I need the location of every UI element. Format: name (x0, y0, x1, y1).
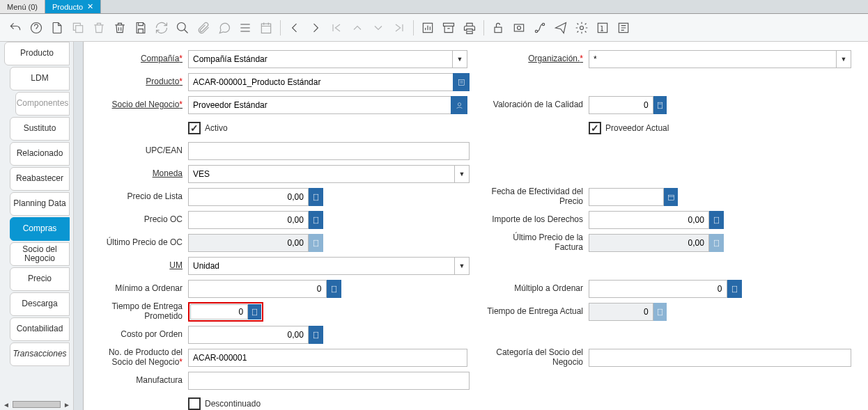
moneda-input[interactable] (188, 165, 454, 183)
importe-derechos-input[interactable] (589, 211, 709, 229)
um-input[interactable] (188, 257, 454, 275)
up-icon[interactable] (348, 18, 367, 38)
sidebar-item-label: Descarga (22, 299, 57, 308)
activo-checkbox[interactable]: Activo (188, 122, 228, 134)
copy-icon[interactable] (68, 18, 88, 38)
calc-icon[interactable] (327, 280, 342, 298)
archive-icon[interactable] (439, 18, 458, 38)
list-icon[interactable] (235, 18, 255, 38)
tab-producto-label: Producto (52, 3, 83, 11)
label-compania[interactable]: Compañía* (100, 54, 188, 64)
costo-orden-input[interactable] (188, 326, 309, 344)
down-icon[interactable] (369, 18, 388, 38)
label-producto[interactable]: Producto* (100, 77, 188, 87)
prev-icon[interactable] (285, 18, 304, 38)
sidebar-item-contabilidad[interactable]: Contabilidad (10, 317, 70, 341)
label-ultimo-precio-oc: Último Precio de OC (100, 238, 188, 248)
lookup-icon[interactable] (453, 73, 470, 91)
sidebar-item-componentes[interactable]: Componentes (15, 92, 70, 116)
scroll-left-icon[interactable]: ◄ (3, 401, 10, 409)
new-icon[interactable] (47, 18, 67, 38)
refresh-icon[interactable] (152, 18, 171, 38)
calc-icon[interactable] (248, 304, 261, 320)
calc-icon[interactable] (309, 188, 323, 206)
workflow-icon[interactable] (530, 18, 550, 38)
valoracion-input[interactable] (589, 96, 653, 114)
multiplo-ordenar-input[interactable] (589, 280, 727, 298)
sidebar-item-reabastecer[interactable]: Reabastecer (10, 167, 70, 191)
gutter[interactable] (74, 42, 84, 410)
tiempo-prometido-input[interactable] (190, 304, 248, 320)
label-socio[interactable]: Socio del Negocio* (100, 100, 188, 110)
label-tiempo-actual: Tiempo de Entrega Actual (484, 307, 589, 317)
label-moneda[interactable]: Moneda (100, 169, 188, 179)
tab-menu[interactable]: Menú (0) (0, 0, 45, 13)
dropdown-icon[interactable]: ▼ (836, 50, 851, 68)
info-icon[interactable] (593, 18, 612, 38)
sidebar-item-precio[interactable]: Precio (10, 267, 70, 291)
export-icon[interactable] (614, 18, 633, 38)
calendar-icon[interactable] (664, 188, 678, 206)
proveedor-actual-checkbox[interactable]: Proveedor Actual (589, 122, 669, 134)
chat-icon[interactable] (215, 18, 234, 38)
search-icon[interactable] (173, 18, 192, 38)
help-icon[interactable] (26, 18, 46, 38)
label-organizacion[interactable]: Organización.* (484, 54, 589, 64)
undo-icon[interactable] (6, 18, 25, 38)
report-icon[interactable] (418, 18, 437, 38)
no-producto-socio-input[interactable] (188, 349, 467, 367)
sidebar-item-label: Precio (28, 274, 52, 283)
sidebar-item-sustituto[interactable]: Sustituto (10, 117, 70, 141)
categoria-socio-input[interactable] (589, 349, 851, 367)
sidebar-item-descarga[interactable]: Descarga (10, 292, 70, 316)
gear-icon[interactable] (572, 18, 591, 38)
sidebar-item-label: Contabilidad (17, 324, 63, 333)
svg-rect-25 (252, 309, 257, 315)
first-icon[interactable] (327, 18, 346, 38)
sidebar-item-planning[interactable]: Planning Data (10, 192, 70, 216)
calc-icon[interactable] (727, 280, 743, 298)
organizacion-input[interactable] (589, 50, 836, 68)
sidebar-item-transacciones[interactable]: Transacciones (10, 342, 70, 366)
label-um[interactable]: UM (100, 261, 188, 271)
descontinuado-checkbox[interactable]: Descontinuado (188, 397, 261, 410)
precio-oc-input[interactable] (188, 211, 309, 229)
print-icon[interactable] (460, 18, 479, 38)
compania-input[interactable] (188, 50, 452, 68)
send-icon[interactable] (551, 18, 571, 38)
manufactura-input[interactable] (188, 372, 470, 390)
label-categoria-socio: Categoría del Socio del Negocio (484, 348, 589, 368)
upc-input[interactable] (188, 142, 470, 160)
calc-icon[interactable] (653, 96, 667, 114)
save-icon[interactable] (131, 18, 150, 38)
dropdown-icon[interactable]: ▼ (452, 50, 467, 68)
attach-icon[interactable] (194, 18, 213, 38)
delete-icon[interactable] (89, 18, 109, 38)
sidebar-scrollbar[interactable]: ◄ ► (3, 401, 70, 409)
dropdown-icon[interactable]: ▼ (454, 165, 470, 183)
user-lookup-icon[interactable] (451, 96, 467, 114)
dropdown-icon[interactable]: ▼ (454, 257, 470, 275)
sidebar-item-ldm[interactable]: LDM (10, 67, 70, 90)
minimo-ordenar-input[interactable] (188, 280, 327, 298)
calc-icon[interactable] (709, 211, 724, 229)
lock-icon[interactable] (488, 18, 508, 38)
calc-icon[interactable] (309, 326, 323, 344)
next-icon[interactable] (306, 18, 325, 38)
precio-lista-input[interactable] (188, 188, 309, 206)
scroll-right-icon[interactable]: ► (63, 401, 70, 409)
close-icon[interactable]: ✕ (87, 2, 93, 11)
socio-input[interactable] (188, 96, 451, 114)
fecha-efectividad-input[interactable] (589, 188, 664, 206)
calendar-icon[interactable] (256, 18, 276, 38)
sidebar-item-compras[interactable]: Compras (10, 217, 70, 241)
sidebar-item-socio[interactable]: Socio del Negocio (10, 242, 70, 266)
tab-producto[interactable]: Producto ✕ (45, 0, 101, 13)
sidebar-item-relacionado[interactable]: Relacionado (10, 142, 70, 166)
zoom-icon[interactable] (509, 18, 529, 38)
calc-icon[interactable] (309, 211, 323, 229)
last-icon[interactable] (389, 18, 409, 38)
producto-input[interactable] (188, 73, 453, 91)
trash-icon[interactable] (110, 18, 130, 38)
sidebar-item-producto[interactable]: Producto (4, 42, 70, 65)
